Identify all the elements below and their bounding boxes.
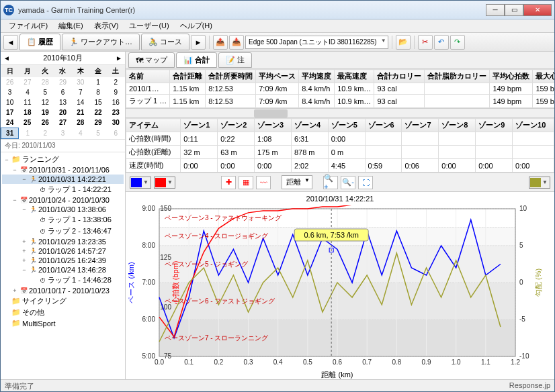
tree-multi[interactable]: 📁MultiSport [2, 318, 124, 328]
menu-file[interactable]: ファイル(F) [3, 19, 53, 32]
cal-day[interactable]: 1 [19, 128, 36, 139]
tool-undo-button[interactable]: ↶ [434, 35, 449, 50]
cal-day[interactable]: 22 [89, 107, 107, 117]
menu-edit[interactable]: 編集(E) [53, 19, 89, 32]
cal-day[interactable]: 31 [1, 128, 19, 139]
cal-day[interactable]: 3 [54, 128, 71, 139]
grid-row[interactable]: 2010/1…1.15 km8:12.537:09 /km8.4 km/h10.… [126, 83, 555, 95]
tree-other[interactable]: 📁その他 [2, 307, 124, 318]
cal-day[interactable]: 19 [36, 107, 54, 117]
cal-day[interactable]: 6 [107, 128, 124, 139]
grid-row[interactable]: 速度(時間)0:000:000:002:024:450:590:060:000:… [126, 159, 554, 173]
cal-next-button[interactable]: ► [116, 54, 122, 62]
grid-scrollbar[interactable] [126, 108, 554, 117]
cal-day[interactable]: 30 [107, 117, 124, 128]
tree-lap1[interactable]: ⏱ラップ 1 - 14:22:21 [2, 184, 124, 195]
cal-day[interactable]: 14 [72, 97, 89, 107]
xaxis-combo[interactable]: 距離 [282, 175, 312, 189]
tree-cycling[interactable]: 📁サイクリング [2, 295, 124, 307]
series2-color[interactable]: ▼ [154, 177, 175, 189]
cal-day[interactable]: 1 [89, 77, 107, 87]
series1-color[interactable]: ▼ [130, 177, 151, 189]
cal-day[interactable]: 8 [89, 87, 107, 97]
grid-header[interactable]: アイテム [126, 119, 181, 132]
grid-header[interactable]: 平均ペース [256, 70, 299, 83]
menu-user[interactable]: ユーザー(U) [124, 19, 174, 32]
cal-day[interactable]: 26 [36, 117, 54, 128]
cal-day[interactable]: 26 [1, 77, 19, 87]
tool-open-button[interactable]: 📂 [396, 35, 411, 50]
cal-day[interactable]: 29 [89, 117, 107, 128]
cal-day[interactable]: 2 [107, 77, 124, 87]
zoom-out-button[interactable]: 🔍- [341, 176, 355, 189]
tree-act1[interactable]: −🏃2010/10/31 14:22:21 [2, 175, 124, 184]
tool-redo-button[interactable]: ↷ [450, 35, 465, 50]
cal-day[interactable]: 10 [1, 97, 19, 107]
minimize-button[interactable]: ─ [486, 4, 505, 16]
tool-cut-button[interactable]: ✂ [418, 35, 433, 50]
nav-fwd-button[interactable]: ► [191, 35, 206, 50]
chart-area[interactable]: 2010/10/31 14:22:21 0.00.10.20.30.40.50.… [126, 192, 554, 379]
marker-box-button[interactable]: ▦ [239, 176, 253, 189]
tree-act6[interactable]: −🏃2010/10/24 13:46:28 [2, 265, 124, 275]
cal-day[interactable]: 13 [54, 97, 71, 107]
grid-header[interactable]: 最高速度 [335, 70, 374, 83]
cal-day[interactable]: 9 [107, 87, 124, 97]
tree-week3[interactable]: +📅2010/10/17 - 2010/10/23 [2, 286, 124, 295]
cal-prev-button[interactable]: ◄ [3, 54, 10, 62]
device-combo[interactable]: Edge 500 Japan (ユニットID 3801162285) [245, 36, 388, 49]
cal-day[interactable]: 7 [72, 87, 89, 97]
cal-day[interactable]: 15 [89, 97, 107, 107]
send-device-button[interactable]: 📤 [213, 35, 228, 50]
recv-device-button[interactable]: 📥 [229, 35, 244, 50]
grid-header[interactable]: ゾーン3 [255, 119, 292, 132]
grid-header[interactable]: 合計距離 [170, 70, 206, 83]
grid-header[interactable]: ゾーン5 [328, 119, 365, 132]
cal-day[interactable]: 4 [72, 128, 89, 139]
nav-back-button[interactable]: ◄ [3, 35, 18, 50]
tab-total[interactable]: 📊 合計 [176, 52, 217, 68]
cal-day[interactable]: 25 [19, 117, 36, 128]
tab-map[interactable]: 🗺 マップ [128, 52, 175, 68]
tree-lap2b[interactable]: ⏱ラップ 2 - 13:46:47 [2, 226, 124, 237]
tree-act4[interactable]: +🏃2010/10/26 14:57:27 [2, 246, 124, 256]
tree-running[interactable]: −📁ランニング [2, 154, 124, 165]
grid-header[interactable]: ゾーン6 [365, 119, 402, 132]
cal-day[interactable]: 2 [36, 128, 54, 139]
zoom-in-button[interactable]: 🔍+ [323, 176, 338, 189]
cal-day[interactable]: 12 [36, 97, 54, 107]
cal-day[interactable]: 6 [54, 87, 71, 97]
cal-day[interactable]: 4 [19, 87, 36, 97]
zone-grid[interactable]: アイテムゾーン1ゾーン2ゾーン3ゾーン4ゾーン5ゾーン6ゾーン7ゾーン8ゾーン9… [126, 118, 554, 173]
cal-day[interactable]: 28 [72, 117, 89, 128]
grid-row[interactable]: 心拍数(時間)0:110:221:086:310:00 [126, 132, 554, 146]
grid-header[interactable]: ゾーン7 [402, 119, 439, 132]
tree-lap6[interactable]: ⏱ラップ 1 - 14:46:28 [2, 275, 124, 286]
line-style-button[interactable]: 〰 [256, 176, 271, 189]
tree-act2[interactable]: −🏃2010/10/30 13:38:06 [2, 205, 124, 214]
grid-header[interactable]: ゾーン1 [181, 119, 218, 132]
cal-day[interactable]: 5 [36, 87, 54, 97]
close-button[interactable]: ✕ [523, 4, 552, 16]
summary-grid[interactable]: 名前合計距離合計所要時間平均ペース平均速度最高速度合計カロリー合計脂肪カロリー平… [126, 69, 554, 108]
grid-header[interactable]: ゾーン4 [291, 119, 328, 132]
grid-row[interactable]: 心拍数(距離)32 m63 m175 m878 m0 m [126, 146, 554, 159]
grid-header[interactable]: 最大心拍数 [533, 70, 554, 83]
cal-day[interactable]: 23 [107, 107, 124, 117]
grid-header[interactable]: 合計カロリー [374, 70, 425, 83]
marker-cross-button[interactable]: ✚ [221, 176, 236, 189]
grid-header[interactable]: ゾーン8 [439, 119, 476, 132]
cal-day[interactable]: 11 [19, 97, 36, 107]
tab-course[interactable]: 🚴 コース [141, 34, 189, 50]
cal-day[interactable]: 21 [72, 107, 89, 117]
tab-workout[interactable]: 🏃 ワークアウト… [62, 34, 140, 50]
cal-day[interactable]: 30 [72, 77, 89, 87]
cal-day[interactable]: 27 [19, 77, 36, 87]
cal-day[interactable]: 29 [54, 77, 71, 87]
cal-day[interactable]: 24 [1, 117, 19, 128]
grid-header[interactable]: 合計所要時間 [206, 70, 256, 83]
cal-day[interactable]: 28 [36, 77, 54, 87]
cal-day[interactable]: 3 [1, 87, 19, 97]
cal-day[interactable]: 20 [54, 107, 71, 117]
tree-act5[interactable]: +🏃2010/10/25 16:24:39 [2, 256, 124, 265]
